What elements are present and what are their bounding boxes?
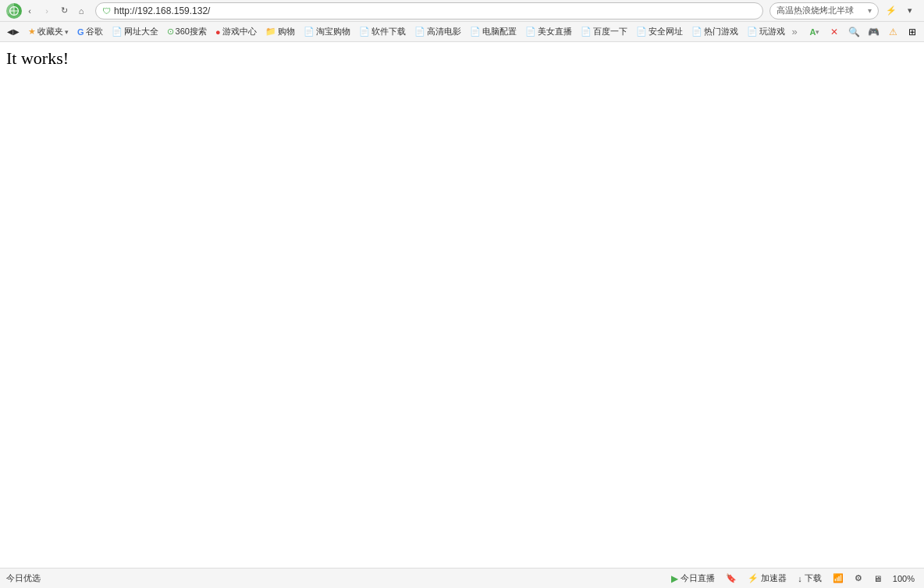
tools-btn[interactable]: ✕ [826,23,843,41]
titlebar: ‹ › ↻ ⌂ 🛡 http://192.168.159.132/ 高温热浪烧烤… [0,0,924,22]
apps-btn[interactable]: ⊞ [904,23,921,41]
refresh-button[interactable]: ↻ [56,3,72,19]
browser-logo [6,3,22,19]
hotgame-icon: 📄 [691,27,702,37]
forward-button[interactable]: › [39,3,55,19]
address-bar[interactable]: 🛡 http://192.168.159.132/ [95,2,763,19]
game-icon: ● [215,27,221,37]
pcconfig-icon: 📄 [470,27,481,37]
software-icon: 📄 [359,27,370,37]
baidu-icon: 📄 [581,27,592,37]
meinv-icon: 📄 [525,27,536,37]
toolbar-hotgame[interactable]: 📄 热门游戏 [688,23,742,41]
game-btn2[interactable]: 🎮 [865,23,882,41]
page-content: It works! [0,42,924,568]
search-box[interactable]: 高温热浪烧烤北半球 ▾ [769,2,879,19]
favorites-chevron: ▾ [65,28,69,36]
hao123-icon: 📄 [112,27,123,37]
toolbar-shopping[interactable]: 📁 购物 [261,23,299,41]
toolbar-favorites[interactable]: ★ 收藏夹 ▾ [24,23,73,41]
toolbar-software[interactable]: 📄 软件下载 [355,23,410,41]
toolbar-nav-toggle[interactable]: ◀▶ [3,23,23,41]
toolbar-meinv[interactable]: 📄 美女直播 [521,23,576,41]
security-url-icon: 📄 [636,27,647,37]
google-icon: G [77,27,84,37]
toolbar-baidu[interactable]: 📄 百度一下 [577,23,631,41]
dropdown-btn[interactable]: ▾ [902,3,918,19]
toolbar-right: A ▾ ✕ 🔍 🎮 ⚠ ⊞ [806,23,921,41]
toolbar-taobao[interactable]: 📄 淘宝购物 [300,23,354,41]
toolbar-game-center[interactable]: ● 游戏中心 [211,23,261,41]
toolbar-more[interactable]: » [790,23,800,41]
taobao-icon: 📄 [304,27,315,37]
titlebar-actions: ⚡ ▾ [883,3,918,19]
user-menu-btn[interactable]: A ▾ [806,23,823,41]
toolbar-pcconfig[interactable]: 📄 电脑配置 [466,23,521,41]
star-icon: ★ [28,27,36,37]
security-icon: 🛡 [102,6,111,16]
lightning-icon[interactable]: ⚡ [883,3,899,19]
warning-btn[interactable]: ⚠ [884,23,901,41]
hdmovie-icon: 📄 [414,27,425,37]
toolbar-hdmovie[interactable]: 📄 高清电影 [410,23,465,41]
search-dropdown-icon[interactable]: ▾ [868,6,872,15]
toolbar-security[interactable]: 📄 安全网址 [632,23,687,41]
favorites-label: 收藏夹 [37,26,63,37]
toolbar-google[interactable]: G 谷歌 [73,23,107,41]
url-text: http://192.168.159.132/ [114,5,756,16]
toolbar-playgame[interactable]: 📄 玩游戏 [743,23,789,41]
playgame-icon: 📄 [747,27,758,37]
toolbar-hao123[interactable]: 📄 网址大全 [108,23,162,41]
search-btn[interactable]: 🔍 [845,23,862,41]
home-button[interactable]: ⌂ [73,3,89,19]
search-text: 高温热浪烧烤北半球 [777,5,868,16]
360-icon: ⊙ [167,27,174,37]
page-main-text: It works! [6,48,918,69]
bookmarks-toolbar: ◀▶ ★ 收藏夹 ▾ G 谷歌 📄 网址大全 ⊙ 360搜索 ● 游戏中心 📁 … [0,22,924,42]
back-button[interactable]: ‹ [22,3,37,19]
toolbar-360search[interactable]: ⊙ 360搜索 [163,23,211,41]
shopping-folder-icon: 📁 [265,27,276,37]
nav-buttons: ‹ › ↻ ⌂ [22,3,89,19]
